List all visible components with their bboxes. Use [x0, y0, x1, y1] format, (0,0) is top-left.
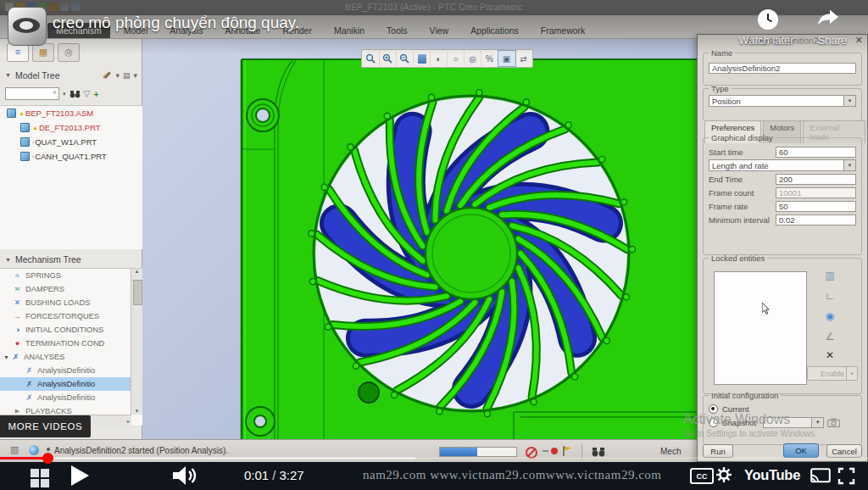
more-videos-button[interactable]: MORE VIDEOS	[0, 415, 91, 437]
force-torque-icon: →	[12, 312, 23, 320]
analysis-icon: ✗	[24, 380, 35, 388]
mech-item-dampers[interactable]: ≍DAMPERS	[0, 282, 142, 296]
delete-icon[interactable]: ✕	[822, 349, 837, 365]
tree-row-part[interactable]: ▲ DE_FT2013.PRT	[0, 120, 142, 135]
ribbon-tab-applications[interactable]: Applications	[462, 23, 527, 38]
channel-avatar[interactable]	[8, 7, 47, 46]
chevron-down-icon[interactable]: ▼	[843, 160, 855, 170]
locked-entities-list[interactable]	[714, 271, 807, 385]
zoom-in-icon[interactable]	[380, 51, 397, 66]
progress-scrubber-handle[interactable]	[42, 453, 53, 464]
fullscreen-icon[interactable]	[837, 467, 855, 485]
volume-icon[interactable]	[172, 465, 198, 486]
refit-icon[interactable]	[363, 51, 380, 66]
mech-item-springs[interactable]: ≈SPRINGS	[0, 269, 142, 282]
tree-row-part[interactable]: ▫ QUAT_W1A.PRT	[0, 135, 142, 149]
view-manager-icon[interactable]: ▣	[498, 51, 515, 66]
analysis-icon: ✗	[24, 393, 35, 402]
dropdown-arrow-icon[interactable]: ▾	[115, 71, 120, 80]
folder-browser-tab-icon[interactable]: ▦	[32, 43, 54, 62]
windows-start-icon[interactable]	[31, 469, 49, 487]
frame-rate-input[interactable]	[776, 201, 856, 212]
mech-item-analysis-definition-selected[interactable]: ✗AnalysisDefinitio	[0, 377, 142, 391]
end-time-input[interactable]	[776, 174, 856, 185]
chevron-down-icon: ▼	[846, 367, 857, 380]
dropdown-arrow-icon[interactable]: ▾	[63, 91, 66, 97]
collapse-icon[interactable]: ▼	[5, 72, 12, 78]
mass-properties-icon[interactable]: ◉	[822, 310, 837, 326]
duration-mode-select[interactable]: Length and rate ▼	[709, 159, 856, 171]
hidden-line-display-icon[interactable]: ◎	[465, 51, 481, 66]
name-input[interactable]	[709, 63, 856, 74]
search-model-icon[interactable]	[592, 447, 605, 457]
youtube-logo[interactable]: YouTube	[744, 467, 800, 483]
message-log-icon[interactable]: ▥	[10, 444, 19, 455]
mech-item-initial-conditions[interactable]: ◑INITIAL CONDITIONS	[0, 323, 142, 337]
mech-item-analysis-definition[interactable]: ✗AnalysisDefinitio	[0, 364, 142, 377]
ribbon-tab-tools[interactable]: Tools	[378, 23, 416, 38]
favorites-tab-icon[interactable]: ◎	[58, 43, 80, 62]
clear-search-icon[interactable]: ×	[53, 88, 57, 97]
enable-button: Enable ▼	[807, 366, 858, 381]
lock-connections-icon[interactable]: ∟	[822, 290, 837, 305]
find-icon[interactable]	[70, 86, 81, 102]
share-icon[interactable]	[815, 7, 841, 27]
wireframe-display-icon[interactable]: ○	[448, 51, 465, 66]
collapse-icon[interactable]: ▼	[5, 257, 12, 263]
mechanism-tree-header: ▼ Mechanism Tree	[0, 253, 142, 266]
assembly-icon	[7, 109, 16, 118]
frame-count-row: Frame count	[709, 187, 856, 198]
model-tree-tab-icon[interactable]: ≡	[7, 43, 29, 62]
dropdown-arrow-icon[interactable]: ▾	[133, 71, 137, 80]
play-button[interactable]	[71, 465, 89, 486]
video-title-link[interactable]: creo mô phỏng chuyển động quay.	[53, 14, 299, 32]
watch-later-button[interactable]: Watch later	[727, 34, 805, 47]
subtitles-button[interactable]: CC	[690, 468, 714, 484]
scrollbar-thumb[interactable]	[133, 280, 142, 305]
mech-item-forces-torques[interactable]: →FORCES/TORQUES	[0, 309, 142, 323]
mech-item-termination-conditions[interactable]: ●TERMINATION COND	[0, 337, 142, 350]
repaint-icon[interactable]	[414, 51, 431, 66]
tree-settings-icon[interactable]	[103, 70, 112, 80]
minimum-interval-input[interactable]	[776, 214, 856, 226]
ribbon-tab-manikin[interactable]: Manikin	[326, 23, 373, 38]
add-filter-icon[interactable]: +	[93, 89, 98, 99]
mech-item-analyses[interactable]: ▼✗ANALYSES	[0, 350, 142, 364]
tree-row-assembly[interactable]: ▲ BEP_FT2103.ASM	[0, 106, 142, 120]
settings-gear-icon[interactable]	[715, 466, 732, 483]
progress-bar-buffered[interactable]	[43, 457, 415, 459]
filter-icon[interactable]: ▽	[84, 89, 91, 98]
run-button[interactable]: Run	[703, 444, 733, 458]
start-time-input[interactable]	[776, 147, 856, 158]
unlock-entities-icon[interactable]: ∠	[822, 331, 837, 346]
expand-icon[interactable]: ▼	[3, 354, 10, 360]
share-button[interactable]: Share	[805, 34, 860, 47]
model-globe-icon[interactable]	[29, 445, 39, 455]
ribbon-tab-view[interactable]: View	[421, 23, 458, 38]
search-input[interactable]: ×	[5, 87, 59, 100]
ok-button[interactable]: OK	[783, 443, 819, 458]
reorient-view-icon[interactable]: ⇄	[515, 51, 531, 66]
watch-later-icon[interactable]	[757, 8, 779, 31]
current-time: 0:01	[244, 468, 269, 482]
time-separator: /	[269, 468, 279, 482]
type-select[interactable]: Position ▼	[709, 95, 856, 107]
dash-icon	[542, 450, 548, 452]
tree-columns-icon[interactable]: ▤	[123, 71, 131, 80]
status-message: AnalysisDefinition2 started (Position An…	[54, 446, 228, 455]
flag-icon[interactable]	[562, 445, 572, 457]
lock-bodies-icon[interactable]: ▥	[822, 270, 837, 285]
cancel-button[interactable]: Cancel	[826, 444, 862, 458]
tree-row-part[interactable]: ▫ CANH_QUAT1.PRT	[0, 149, 142, 164]
shaded-display-icon[interactable]: ◐	[431, 51, 448, 66]
progress-bar-played[interactable]	[0, 457, 43, 459]
mech-item-analysis-definition[interactable]: ✗AnalysisDefinitio	[0, 391, 142, 404]
chevron-down-icon[interactable]: ▼	[843, 96, 855, 106]
progress-bar-remaining[interactable]	[415, 457, 868, 459]
zoom-out-icon[interactable]	[397, 51, 414, 66]
cast-icon[interactable]	[810, 468, 831, 483]
mech-item-bushing-loads[interactable]: ✕BUSHING LOADS	[0, 296, 142, 309]
vertical-scrollbar[interactable]: ▲▼	[131, 269, 142, 415]
datum-display-icon[interactable]: %	[481, 51, 498, 66]
ribbon-tab-framework[interactable]: Framework	[532, 23, 594, 38]
